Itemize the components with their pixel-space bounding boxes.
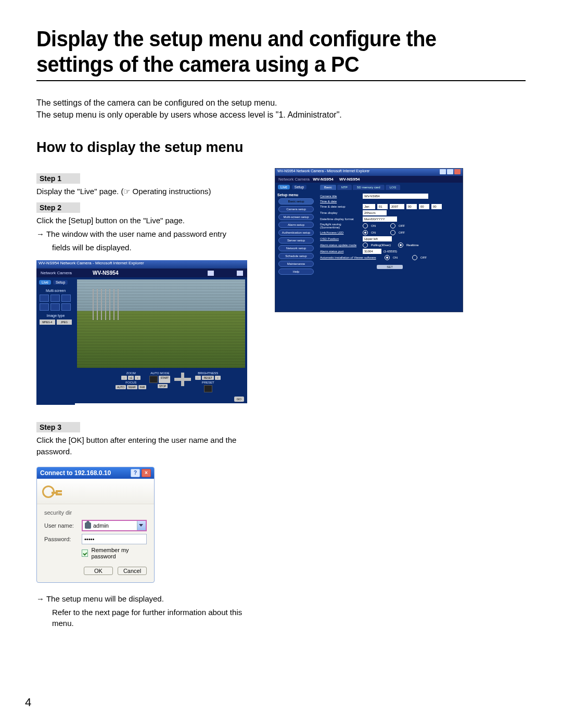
setup-model: WV-NS954 xyxy=(339,177,360,182)
close-icon[interactable]: × xyxy=(142,469,151,477)
cancel-button[interactable]: Cancel xyxy=(118,567,147,575)
remember-checkbox[interactable] xyxy=(82,550,88,557)
page-title: Display the setup menu and configure the… xyxy=(36,26,487,77)
autoinstall-off-radio[interactable] xyxy=(412,255,417,260)
intro-text: The settings of the camera can be config… xyxy=(36,97,526,121)
alarm-polling-label: Polling(30sec) xyxy=(371,244,391,247)
set-button[interactable]: SET xyxy=(377,265,403,269)
window-close-icon[interactable] xyxy=(454,169,461,174)
alarm-port-input[interactable]: 31004 xyxy=(363,249,381,254)
fullscreen-icon[interactable] xyxy=(237,271,243,276)
autoinstall-on-radio[interactable] xyxy=(385,255,390,260)
led-off-radio[interactable] xyxy=(390,230,395,235)
setup-tab-setup[interactable]: Setup xyxy=(292,185,306,189)
snapshot-icon[interactable] xyxy=(208,271,214,276)
row-dst-label: Daylight saving (Summertime) xyxy=(320,223,361,229)
imagetype-jpeg[interactable]: JPEG xyxy=(57,320,72,325)
minimize-icon[interactable] xyxy=(440,169,446,174)
multiscreen-btn-1[interactable] xyxy=(40,295,49,302)
time-ss[interactable]: 00 xyxy=(431,204,442,209)
led-on-radio[interactable] xyxy=(363,230,368,235)
brightness-down[interactable]: － xyxy=(195,376,201,380)
time-mm[interactable]: 00 xyxy=(419,204,429,209)
nav-auth-setup[interactable]: Authentication setup xyxy=(278,229,314,236)
row-autoinstall-label: Automatic installation of Viewer softwar… xyxy=(320,256,382,259)
username-value: admin xyxy=(93,522,109,529)
nav-server-setup[interactable]: Server setup xyxy=(278,237,314,244)
live-window-titlebar: WV-NS954 Network Camera - Microsoft Inte… xyxy=(36,260,247,269)
multiscreen-btn-5[interactable] xyxy=(50,303,60,311)
nav-network-setup[interactable]: Network setup xyxy=(278,245,314,251)
alarm-realtime-label: Realtime xyxy=(406,244,419,247)
time-hh[interactable]: 00 xyxy=(406,204,417,209)
nav-camera-setup[interactable]: Camera setup xyxy=(278,206,314,212)
focus-near-button[interactable]: NEAR xyxy=(127,385,137,389)
ptz-dpad[interactable] xyxy=(173,372,192,387)
osd-position-select[interactable]: Upper left xyxy=(363,236,392,241)
nav-alarm-setup[interactable]: Alarm setup xyxy=(278,222,314,228)
step-3-result-2: Refer to the next page for further infor… xyxy=(36,607,260,630)
zoom-out-button[interactable]: － xyxy=(121,376,127,380)
brightness-up[interactable]: ＋ xyxy=(215,376,221,380)
focus-auto-button[interactable]: AUTO xyxy=(116,385,126,389)
intro-line-1: The settings of the camera can be config… xyxy=(36,97,526,109)
date-mon[interactable]: Jan xyxy=(363,204,375,209)
camera-title-input[interactable]: WV-NS954 xyxy=(363,194,428,199)
preset-go-button[interactable]: GO xyxy=(234,397,244,402)
zoom-x1-button[interactable]: x1 xyxy=(128,376,134,380)
dst-on-radio[interactable] xyxy=(363,223,368,228)
multiscreen-btn-3[interactable] xyxy=(61,295,71,302)
live-tab-live[interactable]: Live xyxy=(39,280,51,285)
imagetype-mpeg4[interactable]: MPEG-4 xyxy=(40,320,55,325)
password-field[interactable]: ••••• xyxy=(82,534,147,544)
tab-log[interactable]: LOG xyxy=(386,185,401,190)
nav-help[interactable]: Help xyxy=(278,269,314,275)
multiscreen-btn-2[interactable] xyxy=(50,295,60,302)
alarm-realtime-radio[interactable] xyxy=(398,242,403,248)
time-display-select[interactable]: 24hours xyxy=(363,210,387,215)
focus-far-button[interactable]: FAR xyxy=(138,385,147,389)
username-field[interactable]: admin xyxy=(82,520,147,531)
multiscreen-btn-4[interactable] xyxy=(40,303,49,311)
nav-basic-setup[interactable]: Basic setup xyxy=(278,198,314,205)
help-icon[interactable]: ? xyxy=(131,469,140,477)
row-timedate-label: Time & date xyxy=(320,200,361,203)
tab-basic[interactable]: Basic xyxy=(320,185,336,190)
dst-off-radio[interactable] xyxy=(390,223,395,228)
multiscreen-btn-6[interactable] xyxy=(61,303,71,311)
step-2-text: Click the [Setup] button on the "Live" p… xyxy=(36,215,260,226)
setup-tab-live[interactable]: Live xyxy=(278,185,290,189)
ok-button[interactable]: OK xyxy=(84,567,113,575)
page-number: 4 xyxy=(25,696,31,709)
nav-schedule-setup[interactable]: Schedule setup xyxy=(278,253,314,259)
preset-select[interactable] xyxy=(204,385,212,392)
setup-brand-sub: WV-NS954 xyxy=(313,177,334,182)
row-timedisplay-label: Time display xyxy=(320,211,361,214)
live-imagetype-label: Image type xyxy=(39,314,73,317)
row-camera-title-label: Camera title xyxy=(320,195,361,198)
zoom-label: ZOOM xyxy=(126,372,136,375)
row-timedatesetup-label: Time & date setup xyxy=(320,205,361,208)
row-alarmmode-label: Alarm status update mode xyxy=(320,244,361,247)
automode-label: AUTO MODE xyxy=(150,372,169,375)
date-day[interactable]: 01 xyxy=(377,204,388,209)
date-format-select[interactable]: Mon/DD/YYYY xyxy=(363,216,397,222)
automode-select[interactable] xyxy=(149,376,158,383)
nav-maintenance[interactable]: Maintenance xyxy=(278,261,314,267)
maximize-icon[interactable] xyxy=(447,169,453,174)
automode-stop[interactable]: STOP xyxy=(158,384,168,388)
live-tab-setup[interactable]: Setup xyxy=(53,280,68,285)
automode-start[interactable]: START xyxy=(159,376,170,383)
brightness-label: BRIGHTNESS xyxy=(198,372,218,375)
nav-multiscreen-setup[interactable]: Multi-screen setup xyxy=(278,214,314,220)
date-year[interactable]: 2007 xyxy=(390,204,404,209)
tab-sd[interactable]: SD memory card xyxy=(353,185,385,190)
brightness-reset[interactable]: RESET xyxy=(202,376,214,380)
focus-label: FOCUS xyxy=(125,381,136,384)
alarm-polling-radio[interactable] xyxy=(363,242,368,248)
setup-window-titlebar: WV-NS954 Network Camera - Microsoft Inte… xyxy=(277,169,439,175)
fence-graphic xyxy=(93,289,121,320)
zoom-in-button[interactable]: ＋ xyxy=(135,376,140,380)
live-model: WV-NS954 xyxy=(93,270,118,276)
tab-ntp[interactable]: NTP xyxy=(337,185,352,190)
